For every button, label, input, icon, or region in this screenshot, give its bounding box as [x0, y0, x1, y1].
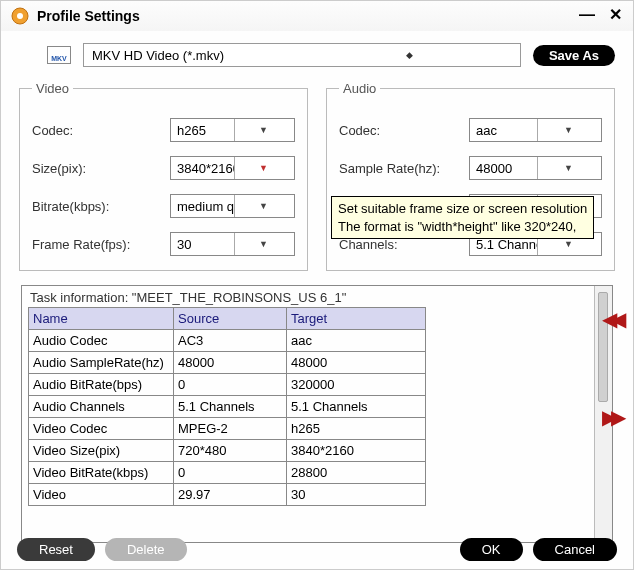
- table-row: Audio Channels5.1 Channels5.1 Channels: [29, 396, 426, 418]
- table-cell: 3840*2160: [287, 440, 426, 462]
- video-codec-select[interactable]: h265: [170, 118, 295, 142]
- table-cell: AC3: [174, 330, 287, 352]
- video-framerate-select[interactable]: 30: [170, 232, 295, 256]
- video-bitrate-select[interactable]: medium quality: [170, 194, 295, 218]
- reset-button[interactable]: Reset: [17, 538, 95, 561]
- table-row: Audio SampleRate(hz)4800048000: [29, 352, 426, 374]
- chevron-down-icon: ◆: [304, 50, 516, 60]
- table-cell: Video BitRate(kbps): [29, 462, 174, 484]
- col-name: Name: [29, 308, 174, 330]
- col-source: Source: [174, 308, 287, 330]
- audio-samplerate-label: Sample Rate(hz):: [339, 161, 469, 176]
- task-info-caption: Task information: "MEET_THE_ROBINSONS_US…: [30, 290, 588, 305]
- chevron-down-icon: [537, 119, 599, 141]
- table-cell: Audio BitRate(bps): [29, 374, 174, 396]
- table-cell: Audio SampleRate(hz): [29, 352, 174, 374]
- chevron-down-icon: [234, 119, 292, 141]
- chevron-down-icon: [537, 157, 599, 179]
- window-title: Profile Settings: [37, 8, 579, 24]
- table-cell: 30: [287, 484, 426, 506]
- table-row: Video29.9730: [29, 484, 426, 506]
- video-size-select[interactable]: 3840*2160: [170, 156, 295, 180]
- table-row: Video Size(pix)720*4803840*2160: [29, 440, 426, 462]
- audio-codec-select[interactable]: aac: [469, 118, 602, 142]
- footer: Reset Delete OK Cancel: [1, 538, 633, 561]
- video-bitrate-label: Bitrate(kbps):: [32, 199, 170, 214]
- table-cell: 29.97: [174, 484, 287, 506]
- audio-group: Audio Codec:aac Sample Rate(hz):48000 Bi…: [326, 81, 615, 271]
- table-cell: Audio Codec: [29, 330, 174, 352]
- cancel-button[interactable]: Cancel: [533, 538, 617, 561]
- table-cell: 5.1 Channels: [287, 396, 426, 418]
- table-cell: 48000: [287, 352, 426, 374]
- table-cell: 720*480: [174, 440, 287, 462]
- table-cell: aac: [287, 330, 426, 352]
- svg-point-1: [17, 13, 23, 19]
- table-cell: 48000: [174, 352, 287, 374]
- save-as-button[interactable]: Save As: [533, 45, 615, 66]
- table-cell: Video Size(pix): [29, 440, 174, 462]
- table-cell: Audio Channels: [29, 396, 174, 418]
- chevron-down-icon: [234, 233, 292, 255]
- video-legend: Video: [32, 81, 73, 96]
- format-label: MKV HD Video (*.mkv): [92, 48, 304, 63]
- next-arrow-icon[interactable]: ▶▶: [602, 405, 620, 429]
- video-size-label: Size(pix):: [32, 161, 170, 176]
- audio-legend: Audio: [339, 81, 380, 96]
- table-cell: Video Codec: [29, 418, 174, 440]
- task-info-panel: Task information: "MEET_THE_ROBINSONS_US…: [21, 285, 613, 543]
- audio-samplerate-select[interactable]: 48000: [469, 156, 602, 180]
- chevron-down-icon: [234, 195, 292, 217]
- app-icon: [11, 7, 29, 25]
- video-group: Video Codec:h265 Size(pix):3840*2160 Bit…: [19, 81, 308, 271]
- table-cell: 5.1 Channels: [174, 396, 287, 418]
- table-cell: 320000: [287, 374, 426, 396]
- table-row: Audio BitRate(bps)0320000: [29, 374, 426, 396]
- audio-codec-label: Codec:: [339, 123, 469, 138]
- table-cell: MPEG-2: [174, 418, 287, 440]
- tooltip: Set suitable frame size or screen resolu…: [331, 196, 594, 239]
- delete-button[interactable]: Delete: [105, 538, 187, 561]
- table-cell: 28800: [287, 462, 426, 484]
- ok-button[interactable]: OK: [460, 538, 523, 561]
- minimize-button[interactable]: —: [579, 8, 595, 24]
- table-cell: Video: [29, 484, 174, 506]
- format-select[interactable]: MKV HD Video (*.mkv) ◆: [83, 43, 521, 67]
- task-table: Name Source Target Audio CodecAC3aacAudi…: [28, 307, 426, 506]
- table-row: Video BitRate(kbps)028800: [29, 462, 426, 484]
- alert-chevron-icon: [234, 157, 292, 179]
- video-codec-label: Codec:: [32, 123, 170, 138]
- format-icon: MKV: [47, 46, 71, 64]
- table-cell: h265: [287, 418, 426, 440]
- video-framerate-label: Frame Rate(fps):: [32, 237, 170, 252]
- table-row: Audio CodecAC3aac: [29, 330, 426, 352]
- title-bar: Profile Settings — ✕: [1, 1, 633, 31]
- col-target: Target: [287, 308, 426, 330]
- table-row: Video CodecMPEG-2h265: [29, 418, 426, 440]
- table-cell: 0: [174, 374, 287, 396]
- table-cell: 0: [174, 462, 287, 484]
- close-button[interactable]: ✕: [607, 8, 623, 24]
- prev-arrow-icon[interactable]: ◀◀: [602, 307, 620, 331]
